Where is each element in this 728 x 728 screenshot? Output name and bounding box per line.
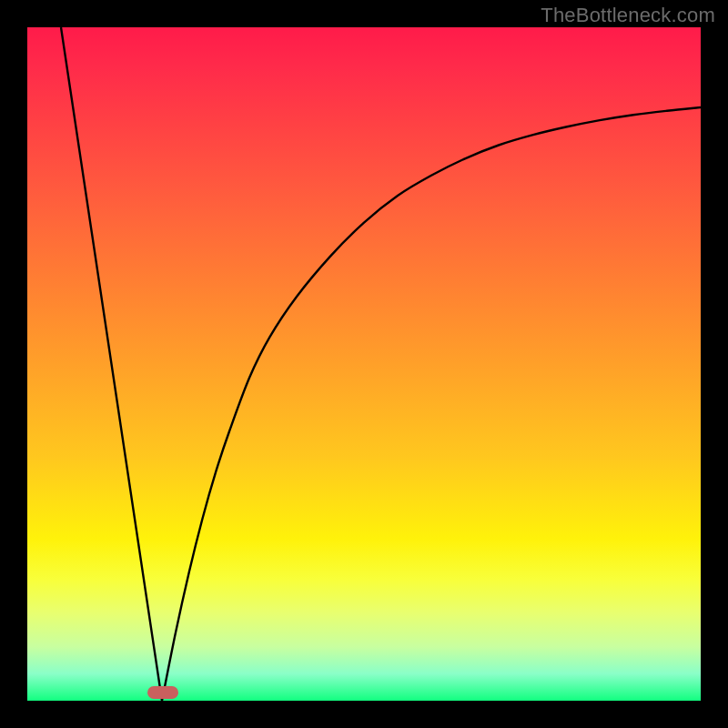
plot-area: [27, 27, 701, 701]
watermark-text: TheBottleneck.com: [541, 4, 715, 27]
curve-path: [61, 27, 701, 701]
optimum-marker: [147, 686, 178, 699]
bottleneck-curve: [27, 27, 701, 701]
chart-frame: TheBottleneck.com: [0, 0, 728, 728]
